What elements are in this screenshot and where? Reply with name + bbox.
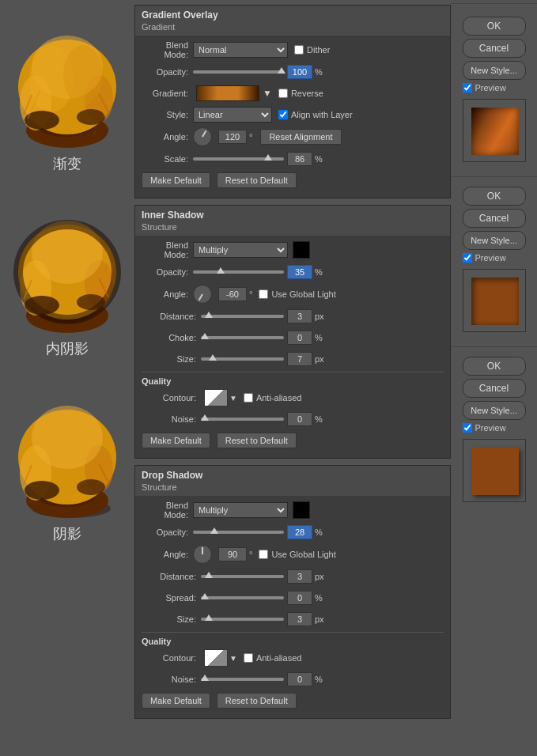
drop-opacity-value[interactable] xyxy=(287,525,312,539)
drop-spread-slider[interactable] xyxy=(201,596,284,599)
gradient-row: Gradient: ▼ Reverse xyxy=(142,85,444,102)
drop-noise-value[interactable] xyxy=(287,672,312,686)
inner-noise-value[interactable] xyxy=(287,412,312,426)
gradient-make-default-button[interactable]: Make Default xyxy=(142,172,210,188)
drop-noise-slider[interactable] xyxy=(201,678,284,681)
inner-preview-row: Preview xyxy=(463,253,526,263)
inner-make-default-button[interactable]: Make Default xyxy=(142,433,210,448)
gradient-reset-default-button[interactable]: Reset to Default xyxy=(217,172,297,188)
inner-new-style-button[interactable]: New Style... xyxy=(463,231,526,250)
svg-point-31 xyxy=(32,406,103,469)
drop-preview-checkbox[interactable] xyxy=(463,423,472,433)
inner-reset-default-button[interactable]: Reset to Default xyxy=(217,433,297,448)
drop-distance-row: Distance: px xyxy=(142,568,444,585)
drop-anti-aliased-checkbox[interactable] xyxy=(244,653,253,663)
inner-distance-value[interactable] xyxy=(287,309,312,323)
inner-global-light-area: Use Global Light xyxy=(259,289,335,299)
svg-point-9 xyxy=(77,109,105,125)
angle-dial-gradient[interactable] xyxy=(193,127,212,146)
drop-new-style-button[interactable]: New Style... xyxy=(463,401,526,420)
opacity-value-gradient[interactable]: 100 xyxy=(287,65,312,79)
inner-opacity-slider[interactable] xyxy=(193,270,284,274)
inner-choke-value[interactable] xyxy=(287,331,312,345)
inner-anti-aliased-checkbox[interactable] xyxy=(244,393,253,403)
inner-contour-swatch[interactable] xyxy=(204,389,228,406)
gradient-swatch[interactable] xyxy=(196,85,259,101)
drop-shadow-panel: Drop Shadow Structure Blend Mode: Multip… xyxy=(134,465,451,719)
drop-shadow-color-swatch[interactable] xyxy=(293,501,310,519)
drop-blend-mode-select[interactable]: Multiply Normal xyxy=(193,502,288,518)
drop-noise-thumb[interactable] xyxy=(201,675,209,681)
left-preview-column: 渐变 内阴影 xyxy=(0,0,134,756)
drop-distance-thumb[interactable] xyxy=(205,572,213,578)
inner-distance-unit: px xyxy=(315,312,324,321)
drop-contour-arrow[interactable]: ▼ xyxy=(229,654,237,663)
inner-size-slider[interactable] xyxy=(201,357,284,361)
drop-angle-value[interactable] xyxy=(218,547,247,561)
inner-global-light-checkbox[interactable] xyxy=(259,289,268,299)
inner-buttons-row: Make Default Reset to Default xyxy=(142,433,444,453)
blend-mode-select[interactable]: Normal Multiply Screen xyxy=(193,42,288,58)
reverse-checkbox[interactable] xyxy=(278,89,288,98)
drop-distance-slider[interactable] xyxy=(201,575,284,578)
inner-contour-row: Contour: ▼ Anti-aliased xyxy=(142,389,444,406)
inner-opacity-thumb[interactable] xyxy=(217,267,225,274)
inner-distance-slider[interactable] xyxy=(201,315,284,318)
gradient-preview-row: Preview xyxy=(463,83,526,93)
drop-spread-thumb[interactable] xyxy=(201,593,209,599)
scale-slider[interactable] xyxy=(193,157,284,161)
inner-contour-arrow[interactable]: ▼ xyxy=(229,394,237,403)
drop-make-default-button[interactable]: Make Default xyxy=(142,693,210,709)
inner-noise-slider[interactable] xyxy=(201,418,284,421)
inner-angle-value[interactable] xyxy=(218,287,247,301)
drop-cancel-button[interactable]: Cancel xyxy=(463,379,526,398)
inner-cancel-button[interactable]: Cancel xyxy=(463,209,526,228)
opacity-row-gradient: Opacity: 100 % xyxy=(142,63,444,81)
gradient-ok-button[interactable]: OK xyxy=(463,17,526,36)
drop-distance-value[interactable] xyxy=(287,569,312,584)
inner-shadow-right-panel: OK Cancel New Style... Preview xyxy=(451,176,537,343)
opacity-slider-gradient[interactable] xyxy=(193,70,284,74)
angle-row-gradient: Angle: ° Reset Alignment xyxy=(142,127,444,146)
inner-choke-slider[interactable] xyxy=(201,336,284,339)
drop-size-slider[interactable] xyxy=(201,618,284,621)
drop-opacity-thumb[interactable] xyxy=(210,527,218,534)
inner-distance-thumb[interactable] xyxy=(205,312,213,318)
inner-ok-button[interactable]: OK xyxy=(463,187,526,206)
align-layer-checkbox[interactable] xyxy=(278,110,288,119)
gradient-preview-label: Preview xyxy=(475,83,506,93)
inner-choke-thumb[interactable] xyxy=(201,333,209,339)
gradient-new-style-button[interactable]: New Style... xyxy=(463,61,526,80)
inner-angle-row: Angle: ° Use Global Light xyxy=(142,285,444,304)
gradient-preview-checkbox[interactable] xyxy=(463,83,472,93)
drop-reset-default-button[interactable]: Reset to Default xyxy=(217,693,297,709)
drop-spread-value[interactable] xyxy=(287,591,312,605)
gradient-dropdown-arrow[interactable]: ▼ xyxy=(263,88,272,99)
drop-spread-label: Spread: xyxy=(142,593,201,603)
drop-size-value[interactable] xyxy=(287,612,312,626)
drop-angle-dial[interactable] xyxy=(193,545,212,564)
opacity-thumb-gradient[interactable] xyxy=(278,67,286,74)
inner-size-thumb[interactable] xyxy=(209,354,217,361)
inner-preview-checkbox[interactable] xyxy=(463,253,472,263)
drop-ok-button[interactable]: OK xyxy=(463,357,526,376)
gradient-cancel-button[interactable]: Cancel xyxy=(463,39,526,58)
style-select[interactable]: Linear Radial Angle xyxy=(193,107,272,123)
inner-size-value[interactable] xyxy=(287,352,312,366)
inner-blend-mode-select[interactable]: Multiply Normal xyxy=(193,242,288,258)
inner-noise-thumb[interactable] xyxy=(201,414,209,421)
reset-alignment-button[interactable]: Reset Alignment xyxy=(260,129,341,145)
scale-thumb[interactable] xyxy=(264,154,272,161)
drop-opacity-slider[interactable] xyxy=(193,531,284,534)
inner-angle-dial[interactable] xyxy=(193,285,212,304)
dither-checkbox[interactable] xyxy=(294,45,304,55)
inner-angle-unit: ° xyxy=(249,289,252,299)
angle-value-gradient[interactable] xyxy=(218,130,247,144)
scale-value[interactable] xyxy=(287,152,312,166)
drop-contour-swatch[interactable] xyxy=(204,649,228,667)
inner-shadow-color-swatch[interactable] xyxy=(293,241,310,259)
inner-opacity-value[interactable] xyxy=(287,265,312,279)
drop-global-light-checkbox[interactable] xyxy=(259,550,268,559)
drop-size-thumb[interactable] xyxy=(205,614,213,621)
drop-distance-unit: px xyxy=(315,572,324,581)
